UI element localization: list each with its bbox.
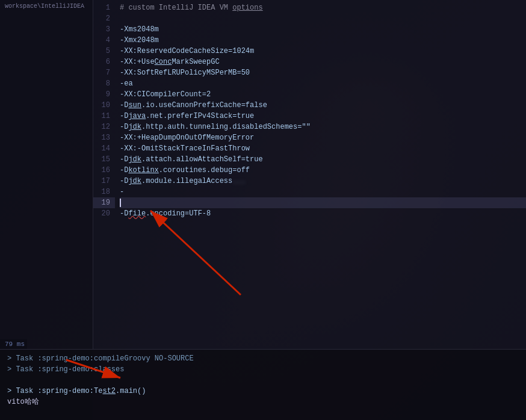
code-line-11: -Djava.net.preferIPv4Stack=true — [120, 111, 526, 122]
code-line-9: -XX:CICompilerCount=2 — [120, 89, 526, 100]
code-line-17: -Djdk.module.illegalAccess... — [120, 176, 526, 187]
terminal-line-1: > Task :spring-demo:compileGroovy NO-SOU… — [7, 353, 519, 364]
line-num-13: 13 — [93, 132, 115, 143]
line-num-14: 14 — [93, 143, 115, 154]
code-line-1: # custom IntelliJ IDEA VM options — [120, 2, 526, 13]
code-line-15: -Djdk.attach.allowAttachSelf=true — [120, 154, 526, 165]
line-num-7: 7 — [93, 67, 115, 78]
code-area: 1 2 3 4 5 6 7 8 9 10 11 12 13 14 15 16 1… — [93, 0, 526, 221]
code-line-5: -XX:ReservedCodeCacheSize=1024m — [120, 46, 526, 57]
code-line-18: - — [120, 187, 526, 197]
line-num-19: 19 — [93, 197, 115, 208]
code-line-7: -XX:SoftRefLRUPolicyMSPerMB=50 — [120, 67, 526, 78]
code-line-13: -XX:+HeapDumpOnOutOfMemoryError — [120, 132, 526, 143]
code-line-6: -XX:+UseConcMarkSweepGC — [120, 57, 526, 67]
terminal-panel[interactable]: > Task :spring-demo:compileGroovy NO-SOU… — [0, 349, 526, 420]
code-line-3: -Xms2048m — [120, 24, 526, 35]
code-line-4: -Xmx2048m — [120, 35, 526, 46]
code-line-2 — [120, 13, 526, 24]
sidebar-title: workspace\IntelliJIDEA — [0, 0, 93, 13]
line-num-17: 17 — [93, 176, 115, 187]
line-num-16: 16 — [93, 165, 115, 176]
line-num-6: 6 — [93, 57, 115, 67]
code-line-14: -XX:-OmitStackTraceInFastThrow — [120, 143, 526, 154]
timing-label: 79 ms — [0, 339, 27, 349]
code-line-10: -Dsun.io.useCanonPrefixCache=false — [120, 100, 526, 111]
code-line-12: -Djdk.http.auth.tunneling.disabledScheme… — [120, 122, 526, 132]
line-num-8: 8 — [93, 78, 115, 89]
terminal-line-5: vito哈哈 — [7, 397, 519, 407]
line-num-3: 3 — [93, 24, 115, 35]
terminal-line-3 — [7, 375, 519, 386]
line-num-12: 12 — [93, 122, 115, 132]
code-content[interactable]: # custom IntelliJ IDEA VM options -Xms20… — [115, 0, 526, 221]
code-line-19 — [120, 197, 526, 208]
code-line-20: -Dfile.encoding=UTF-8 — [120, 208, 526, 219]
line-num-18: 18 — [93, 187, 115, 197]
editor-area[interactable]: 1 2 3 4 5 6 7 8 9 10 11 12 13 14 15 16 1… — [93, 0, 526, 349]
terminal-line-2: > Task :spring-demo:classes — [7, 364, 519, 375]
line-num-2: 2 — [93, 13, 115, 24]
terminal-line-4: > Task :spring-demo:Test2.main() — [7, 386, 519, 397]
line-num-20: 20 — [93, 208, 115, 219]
code-line-16: -Dkotlinx.coroutines.debug=off — [120, 165, 526, 176]
line-num-15: 15 — [93, 154, 115, 165]
line-num-10: 10 — [93, 100, 115, 111]
line-num-5: 5 — [93, 46, 115, 57]
line-numbers: 1 2 3 4 5 6 7 8 9 10 11 12 13 14 15 16 1… — [93, 0, 115, 221]
line-num-4: 4 — [93, 35, 115, 46]
line-num-9: 9 — [93, 89, 115, 100]
line-num-11: 11 — [93, 111, 115, 122]
code-line-8: -ea — [120, 78, 526, 89]
line-num-1: 1 — [93, 2, 115, 13]
